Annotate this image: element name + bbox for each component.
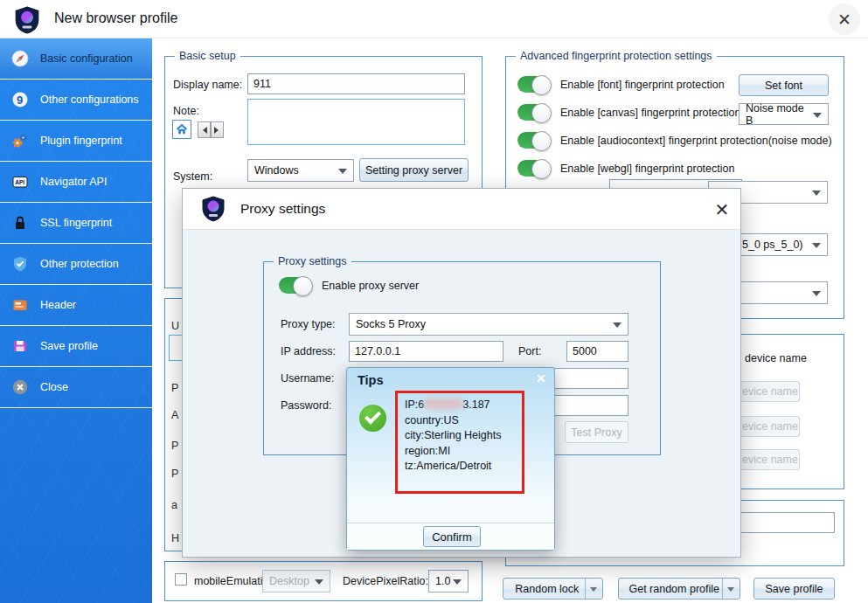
sidebar-item-header[interactable]: Header: [0, 285, 152, 326]
result-ip-line: IP:63.187: [405, 398, 501, 413]
mobile-mode-dropdown[interactable]: Desktop: [262, 570, 330, 593]
audiocontext-protection-toggle[interactable]: [517, 132, 551, 149]
get-random-profile-button[interactable]: Get random profile: [618, 578, 740, 600]
canvas-noise-mode-value: Noise mode B: [746, 102, 809, 127]
result-country-line: country:US: [405, 413, 501, 429]
obscured-label-fragment: A: [171, 409, 178, 421]
result-city-line: city:Sterling Heights: [405, 428, 501, 444]
compass-icon: [11, 50, 29, 67]
font-protection-toggle[interactable]: [517, 76, 551, 93]
basic-setup-legend: Basic setup: [175, 50, 240, 62]
random-lock-dropdown-arrow[interactable]: [585, 579, 602, 599]
proxy-test-result: IP:63.187 country:US city:Sterling Heigh…: [405, 398, 501, 475]
set-font-button[interactable]: Set font: [739, 74, 829, 96]
device-pixel-ratio-dropdown[interactable]: 1.0: [428, 570, 469, 593]
sidebar-item-label: Navigator API: [40, 176, 107, 188]
get-random-profile-dropdown-arrow[interactable]: [722, 579, 740, 599]
system-label: System:: [173, 170, 212, 183]
port-input[interactable]: [566, 341, 628, 362]
proxy-type-label: Proxy type:: [281, 318, 336, 330]
port-label: Port:: [518, 345, 541, 357]
proxy-settings-legend: Proxy settings: [274, 255, 351, 267]
sidebar-item-label: Other configurations: [40, 94, 139, 106]
webgl-renderer-value-fragment: 5_0 ps_5_0): [742, 239, 803, 251]
tips-popup: Tips ✕ IP:63.187 country:US city:Sterlin…: [346, 367, 555, 551]
enable-proxy-toggle[interactable]: [279, 277, 312, 294]
home-icon: [176, 123, 188, 135]
tips-close-button[interactable]: ✕: [536, 371, 546, 385]
display-name-input[interactable]: [247, 73, 465, 94]
sidebar-item-close[interactable]: Close: [0, 367, 152, 408]
get-random-profile-label: Get random profile: [628, 583, 719, 595]
sidebar-item-basic-configuration[interactable]: Basic configuration: [0, 38, 152, 80]
note-label: Note:: [173, 105, 199, 117]
ip-address-label: IP address:: [281, 345, 336, 357]
app-logo-icon: [14, 6, 40, 34]
right-arrow-icon: [214, 127, 222, 134]
confirm-button[interactable]: Confirm: [423, 526, 481, 547]
obscured-label-fragment: H: [171, 532, 179, 544]
obscured-label-fragment: U: [171, 320, 179, 332]
proxy-dialog-header: Proxy settings ✕: [183, 189, 740, 230]
obscured-label-fragment: P: [171, 382, 178, 394]
webgl-protection-toggle[interactable]: [517, 160, 551, 177]
proxy-dialog-close-button[interactable]: ✕: [711, 198, 733, 221]
config-icon: 9: [11, 91, 29, 108]
page-title: New browser profile: [54, 10, 177, 26]
sidebar-item-other-protection[interactable]: Other protection: [0, 244, 152, 285]
floppy-disk-icon: [11, 337, 29, 355]
mobile-emulation-label: mobileEmulatio: [194, 575, 268, 587]
tips-title: Tips: [358, 373, 384, 387]
audiocontext-protection-label: Enable [audiocontext] fingerprint protec…: [560, 135, 832, 147]
obscured-label-fragment: P: [171, 468, 178, 480]
random-lock-label: Random lock: [515, 583, 579, 595]
result-timezone-line: tz:America/Detroit: [405, 459, 501, 475]
random-lock-button[interactable]: Random lock: [503, 578, 603, 600]
lock-icon: [11, 214, 29, 232]
canvas-protection-toggle[interactable]: [517, 104, 551, 121]
password-label: Password:: [281, 399, 331, 412]
spinner-right-button[interactable]: [211, 121, 224, 138]
setting-proxy-server-button[interactable]: Setting proxy server: [359, 158, 469, 182]
sidebar-item-save-profile[interactable]: Save profile: [0, 326, 152, 367]
sidebar-item-other-configurations[interactable]: 9 Other configurations: [0, 80, 152, 121]
canvas-noise-mode-dropdown[interactable]: Noise mode B: [739, 103, 829, 125]
censored-ip-segment: [424, 399, 462, 409]
username-label: Username:: [281, 372, 334, 385]
sidebar: Basic configuration 9 Other configuratio…: [0, 38, 152, 603]
proxy-type-dropdown[interactable]: Socks 5 Proxy: [349, 313, 628, 336]
gears-icon: [11, 132, 29, 149]
device-name-label-fragment: device name: [745, 352, 807, 364]
sidebar-item-navigator-api[interactable]: API Navigator API: [0, 162, 152, 203]
system-value: Windows: [254, 164, 299, 177]
device-pixel-ratio-label: DevicePixelRatio:: [343, 575, 428, 587]
save-profile-button[interactable]: Save profile: [753, 578, 835, 600]
webgl-protection-label: Enable [webgl] fingerprint protection: [560, 163, 734, 175]
mobile-emulation-checkbox[interactable]: [175, 573, 187, 586]
canvas-protection-label: Enable [canvas] fingerprint protection: [560, 107, 740, 119]
ip-address-input[interactable]: [349, 341, 503, 362]
mobile-mode-value: Desktop: [269, 575, 309, 587]
sidebar-item-label: Basic configuration: [40, 52, 133, 65]
proxy-type-value: Socks 5 Proxy: [356, 318, 426, 330]
title-bar: New browser profile ✕: [0, 0, 868, 38]
system-dropdown[interactable]: Windows: [247, 159, 354, 182]
api-icon: API: [11, 173, 29, 191]
proxy-dialog-title: Proxy settings: [240, 201, 325, 217]
display-name-label: Display name:: [173, 79, 242, 91]
obscured-label-fragment: P: [171, 440, 178, 452]
home-button[interactable]: [172, 120, 191, 139]
sidebar-item-plugin-fingerprint[interactable]: Plugin fingerprint: [0, 121, 152, 162]
advanced-settings-legend: Advanced fingerprint protection settings: [516, 50, 717, 62]
note-textarea[interactable]: [247, 99, 465, 145]
header-card-icon: [11, 296, 29, 314]
sidebar-item-label: Plugin fingerprint: [40, 135, 122, 147]
sidebar-item-label: Save profile: [40, 340, 98, 352]
app-logo-icon: [202, 196, 225, 222]
sidebar-item-ssl-fingerprint[interactable]: SSL fingerprint: [0, 203, 152, 244]
spinner-left-button[interactable]: [198, 121, 211, 138]
test-proxy-button[interactable]: Test Proxy: [565, 421, 628, 443]
window-close-button[interactable]: ✕: [829, 3, 860, 35]
svg-text:9: 9: [17, 94, 23, 107]
sidebar-item-label: Close: [40, 381, 68, 393]
